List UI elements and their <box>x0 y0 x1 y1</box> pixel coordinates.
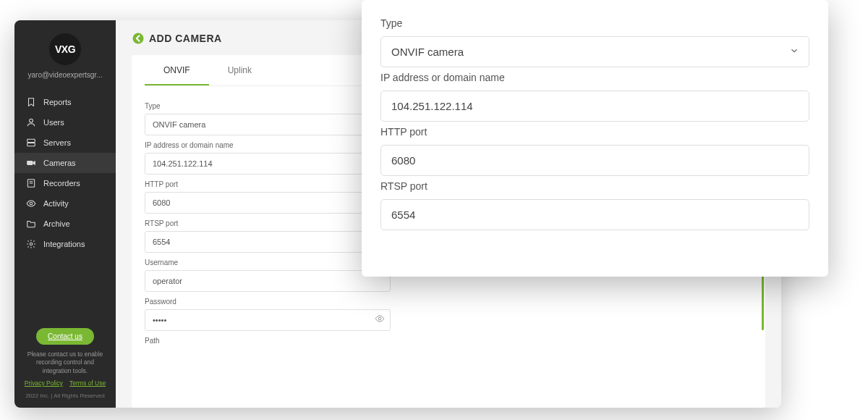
overlay-ip-label: IP address or domain name <box>380 72 809 83</box>
overlay-rtsp-field[interactable] <box>380 199 809 230</box>
brand-logo: VXG <box>49 33 81 65</box>
user-icon <box>26 117 36 127</box>
http-port-field[interactable] <box>145 192 391 214</box>
svg-rect-3 <box>27 161 33 165</box>
footer-copyright: 2022 Inc. | All Rights Reserved <box>22 392 109 399</box>
path-label: Path <box>145 337 752 345</box>
svg-rect-2 <box>27 143 35 146</box>
recorder-icon <box>26 178 36 188</box>
overlay-ip-field[interactable] <box>380 91 809 122</box>
sidebar-item-activity[interactable]: Activity <box>14 193 116 214</box>
toggle-password-icon[interactable] <box>375 314 385 327</box>
sidebar: VXG yaro@videoexpertsgr... Reports Users… <box>14 20 116 408</box>
username-field[interactable] <box>145 270 391 292</box>
logo-wrap: VXG <box>14 20 116 71</box>
svg-point-0 <box>30 119 33 122</box>
sidebar-item-users[interactable]: Users <box>14 112 116 133</box>
folder-icon <box>26 219 36 229</box>
sidebar-item-label: Recorders <box>43 179 80 188</box>
overlay-type-label: Type <box>380 17 809 29</box>
footer-links: Privacy Policy Terms of Use <box>22 379 109 387</box>
server-icon <box>26 138 36 148</box>
eye-icon <box>26 198 36 209</box>
gear-icon <box>26 239 36 249</box>
footer-note: Please contact us to enable recording co… <box>22 350 109 375</box>
back-icon[interactable] <box>132 32 145 45</box>
tab-onvif[interactable]: ONVIF <box>145 55 209 85</box>
svg-point-10 <box>378 317 381 320</box>
sidebar-item-label: Cameras <box>43 159 76 167</box>
password-wrap <box>145 309 391 331</box>
sidebar-nav: Reports Users Servers Cameras Recorders … <box>14 89 116 321</box>
sidebar-item-label: Integrations <box>43 240 85 248</box>
sidebar-item-integrations[interactable]: Integrations <box>14 234 116 254</box>
sidebar-item-archive[interactable]: Archive <box>14 214 116 234</box>
sidebar-item-reports[interactable]: Reports <box>14 92 116 112</box>
svg-rect-1 <box>27 139 35 142</box>
sidebar-item-label: Activity <box>43 199 69 208</box>
zoom-overlay: Type IP address or domain name HTTP port… <box>362 0 828 277</box>
sidebar-item-servers[interactable]: Servers <box>14 133 116 153</box>
overlay-type-select-wrap <box>380 36 809 67</box>
sidebar-item-label: Servers <box>43 138 71 147</box>
password-field[interactable] <box>145 309 391 331</box>
privacy-link[interactable]: Privacy Policy <box>25 379 63 387</box>
sidebar-item-label: Archive <box>43 219 70 228</box>
sidebar-item-cameras[interactable]: Cameras <box>14 153 116 173</box>
bookmark-icon <box>26 97 36 107</box>
rtsp-port-field[interactable] <box>145 231 391 253</box>
svg-point-7 <box>30 202 33 205</box>
svg-point-9 <box>133 33 144 44</box>
type-field[interactable] <box>145 114 391 135</box>
page-title: ADD CAMERA <box>149 33 222 44</box>
password-label: Password <box>145 298 752 306</box>
sidebar-item-recorders[interactable]: Recorders <box>14 173 116 193</box>
svg-point-8 <box>30 243 33 245</box>
terms-link[interactable]: Terms of Use <box>69 379 106 387</box>
user-email: yaro@videoexpertsgr... <box>14 71 116 89</box>
overlay-http-label: HTTP port <box>380 126 809 138</box>
ip-field[interactable] <box>145 153 391 175</box>
sidebar-item-label: Users <box>43 118 64 127</box>
overlay-rtsp-label: RTSP port <box>380 180 809 192</box>
tab-uplink[interactable]: Uplink <box>209 55 271 85</box>
camera-icon <box>26 158 36 168</box>
overlay-http-field[interactable] <box>380 145 809 176</box>
sidebar-footer: Contact us Please contact us to enable r… <box>14 321 116 408</box>
overlay-type-select[interactable] <box>380 36 809 67</box>
sidebar-item-label: Reports <box>43 98 72 106</box>
contact-us-button[interactable]: Contact us <box>36 328 94 345</box>
